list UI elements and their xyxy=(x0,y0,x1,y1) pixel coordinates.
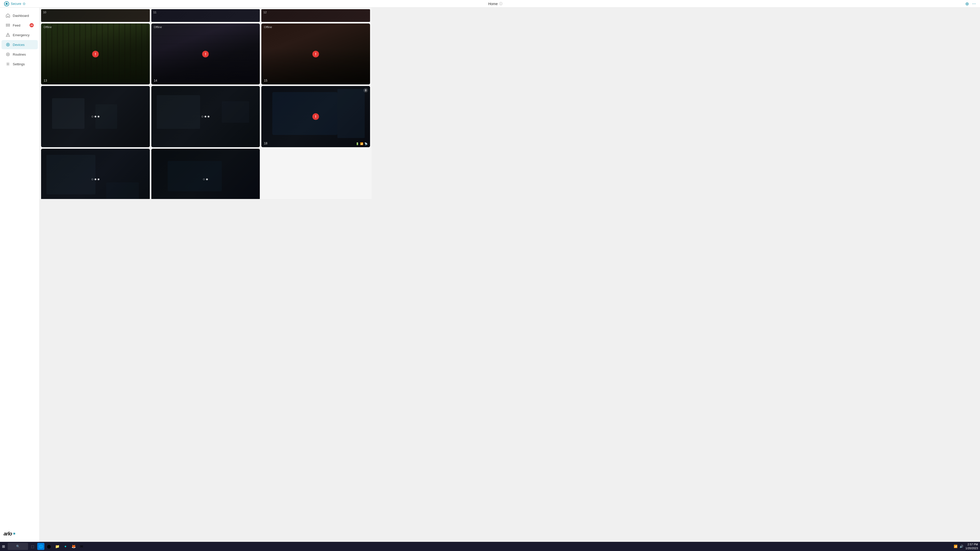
feed-label: Feed xyxy=(13,24,21,27)
loading-dots-20 xyxy=(203,178,208,180)
dot xyxy=(97,178,99,180)
loading-dots-16 xyxy=(91,116,99,118)
dot xyxy=(94,178,96,180)
svg-point-8 xyxy=(7,54,8,55)
svg-point-7 xyxy=(6,53,10,56)
sidebar: Dashboard Feed 28 Emergency xyxy=(0,8,40,208)
dot xyxy=(91,178,93,180)
camera-number-14: 14 xyxy=(154,79,157,83)
camera-number-18: 18 xyxy=(264,141,267,145)
camera-error-14: ! xyxy=(202,51,209,57)
camera-tile-14[interactable]: Offline ! 14 xyxy=(151,24,260,84)
camera-number-10: 10 xyxy=(43,11,46,14)
loading-dots-17 xyxy=(202,116,210,118)
dashboard-icon xyxy=(6,13,10,18)
sidebar-item-devices[interactable]: Devices xyxy=(2,40,38,49)
camera-number-11: 11 xyxy=(153,11,156,14)
feed-icon xyxy=(6,23,10,27)
camera-tile-19[interactable] xyxy=(41,149,150,199)
sidebar-item-feed[interactable]: Feed 28 xyxy=(2,21,38,30)
devices-icon xyxy=(6,42,10,47)
dot xyxy=(206,178,208,180)
camera-tile-18[interactable]: 0 ! 18 🔋 📶 📡 xyxy=(261,86,370,147)
camera-tile-16[interactable] xyxy=(41,86,150,147)
battery-icon: 🔋 xyxy=(356,142,359,145)
top-bar: Secure ⊙ Home ⓘ ⊕ ··· xyxy=(0,0,372,8)
dot xyxy=(205,116,207,118)
camera-status-14: Offline xyxy=(154,25,162,29)
main-content: 10 11 12 Offline ! 13 Offline xyxy=(40,8,372,199)
settings-icon xyxy=(6,62,10,66)
camera-number-12: 12 xyxy=(263,11,266,14)
brand-area: Secure ⊙ xyxy=(4,1,25,6)
partial-camera-row: 10 11 12 xyxy=(40,8,372,22)
secure-check-icon: ⊙ xyxy=(23,2,25,6)
camera-bottom-icons-18: 🔋 📶 📡 xyxy=(356,142,368,145)
wifi-icon: 📶 xyxy=(360,142,363,145)
camera-tile-12[interactable]: 12 xyxy=(261,9,370,22)
routines-icon xyxy=(6,52,10,57)
camera-error-13: ! xyxy=(92,51,99,57)
dot xyxy=(208,116,210,118)
emergency-label: Emergency xyxy=(13,33,30,37)
dot xyxy=(91,116,93,118)
camera-tile-15[interactable]: Offline ! 15 xyxy=(261,24,370,84)
routines-label: Routines xyxy=(13,52,26,56)
sidebar-item-emergency[interactable]: Emergency xyxy=(2,30,38,40)
camera-error-15: ! xyxy=(312,51,319,57)
secure-label: Secure xyxy=(11,2,21,6)
camera-number-13: 13 xyxy=(44,79,47,83)
sidebar-item-dashboard[interactable]: Dashboard xyxy=(2,11,38,20)
dot xyxy=(202,116,204,118)
svg-rect-1 xyxy=(6,25,10,26)
empty-slot xyxy=(261,149,370,199)
settings-label: Settings xyxy=(13,62,25,66)
feed-badge: 28 xyxy=(30,23,34,27)
camera-tile-10[interactable]: 10 xyxy=(41,9,150,22)
dot xyxy=(203,178,205,180)
signal-icon: 📡 xyxy=(364,142,368,145)
dot xyxy=(97,116,99,118)
svg-point-9 xyxy=(7,64,9,65)
dashboard-label: Dashboard xyxy=(13,14,29,17)
svg-rect-0 xyxy=(6,24,10,25)
camera-status-15: Offline xyxy=(264,25,272,29)
sidebar-item-settings[interactable]: Settings xyxy=(2,59,38,68)
devices-label: Devices xyxy=(13,43,24,47)
camera-tile-13[interactable]: Offline ! 13 xyxy=(41,24,150,84)
dot xyxy=(94,116,96,118)
svg-point-6 xyxy=(8,44,8,45)
svg-point-3 xyxy=(8,36,8,36)
home-icon xyxy=(4,1,9,6)
camera-tile-20[interactable] xyxy=(151,149,260,199)
camera-error-18: ! xyxy=(312,113,319,120)
emergency-icon xyxy=(6,33,10,37)
camera-grid: Offline ! 13 Offline ! 14 Offline ! 15 xyxy=(40,22,372,199)
camera-tile-11[interactable]: 11 xyxy=(151,9,260,22)
loading-dots-19 xyxy=(91,178,99,180)
camera-tile-17[interactable] xyxy=(151,86,260,147)
sidebar-item-routines[interactable]: Routines xyxy=(2,50,38,59)
camera-status-13: Offline xyxy=(44,25,52,29)
camera-number-15: 15 xyxy=(264,79,267,83)
